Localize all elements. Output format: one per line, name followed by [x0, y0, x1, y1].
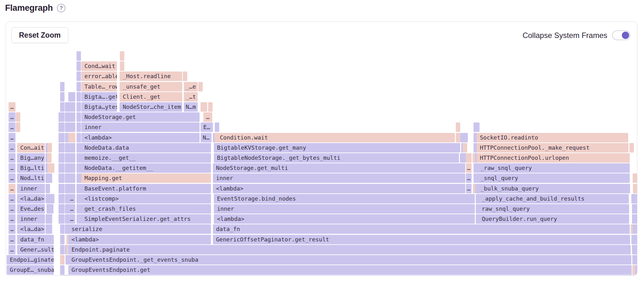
flame-bar[interactable] [633, 235, 637, 244]
flame-bar[interactable] [60, 204, 65, 214]
flame-bar[interactable]: serialize [68, 224, 211, 234]
flame-bar[interactable]: N…m [184, 102, 198, 112]
flame-bar[interactable]: Mapping.get [81, 173, 211, 183]
flame-bar[interactable] [47, 163, 54, 173]
flame-bar[interactable]: … [9, 102, 15, 112]
flame-bar[interactable]: <lambda> [68, 235, 211, 244]
flame-bar[interactable] [198, 82, 203, 91]
flame-bar[interactable] [68, 143, 75, 153]
flame-bar[interactable] [456, 122, 460, 132]
flame-bar[interactable] [633, 173, 637, 183]
flame-bar[interactable] [60, 143, 65, 153]
flame-bar[interactable] [77, 122, 81, 132]
flame-bar[interactable]: … [466, 173, 472, 183]
flame-bar[interactable]: _apply_cache_and_build_results [479, 194, 629, 203]
flame-bar[interactable]: <lambda> [214, 214, 475, 224]
flame-bar[interactable]: … [9, 214, 15, 224]
flame-bar[interactable] [60, 245, 65, 254]
flame-bar[interactable]: inner [17, 184, 45, 193]
flame-bar[interactable]: NodeData.__getitem__ [81, 163, 211, 173]
flame-bar[interactable] [633, 224, 637, 234]
flame-bar[interactable]: … [9, 133, 15, 142]
flame-bar[interactable]: memoize.__get__ [81, 153, 211, 163]
flame-bar[interactable]: _bulk_snuba_query [477, 184, 630, 193]
flame-bar[interactable]: Table…_row [81, 82, 117, 91]
flame-bar[interactable]: … [203, 112, 212, 122]
flame-bar[interactable]: NodeData.data [81, 143, 211, 153]
flame-bar[interactable] [466, 153, 472, 163]
flame-bar[interactable] [633, 194, 637, 203]
flame-bar[interactable]: _…t [184, 92, 198, 102]
flame-bar[interactable]: … [466, 184, 472, 193]
flame-bar[interactable]: <lambda> [81, 133, 200, 142]
flame-bar[interactable] [50, 194, 54, 203]
flame-bar[interactable] [463, 143, 467, 153]
flame-bar[interactable]: Condition.wait [217, 133, 455, 142]
flame-bar[interactable] [120, 61, 124, 71]
flame-bar[interactable] [60, 184, 65, 193]
flame-bar[interactable] [68, 133, 75, 142]
flame-bar[interactable] [16, 122, 20, 132]
flame-bar[interactable] [60, 92, 65, 102]
flame-bar[interactable] [60, 102, 65, 112]
flame-bar[interactable]: _raw_snql_query [477, 163, 630, 173]
flame-bar[interactable]: Nod…lti [17, 173, 45, 183]
flame-bar[interactable]: <listcomp> [81, 194, 211, 203]
flame-bar[interactable]: SocketIO.readinto [477, 133, 628, 142]
flame-bar[interactable] [77, 112, 81, 122]
flame-bar[interactable] [68, 112, 75, 122]
flame-bar[interactable]: GenericOffsetPaginator.get_result [213, 235, 630, 244]
flame-bar[interactable] [60, 255, 65, 265]
flame-bar[interactable]: <la…da> [17, 194, 45, 203]
flame-bar[interactable]: inner [81, 122, 200, 132]
flame-bar[interactable] [46, 184, 50, 193]
flame-bar[interactable] [60, 194, 65, 203]
flame-bar[interactable] [60, 153, 65, 163]
flame-bar[interactable] [47, 153, 52, 163]
flame-bar[interactable]: BigtableKVStorage.get_many [214, 143, 460, 153]
flame-bar[interactable]: NodeStorage.get [81, 112, 200, 122]
flame-bar[interactable]: … [9, 235, 15, 244]
flame-bar[interactable] [201, 102, 207, 112]
flame-bar[interactable]: Gener…sult [17, 245, 54, 254]
flame-bar[interactable]: Endpoi…ginate [7, 255, 54, 265]
flame-bar[interactable]: QueryBuilder.run_query [479, 214, 629, 224]
flame-bar[interactable]: _snql_query [477, 173, 630, 183]
flame-bar[interactable]: SimpleEventSerializer.get_attrs [81, 214, 211, 224]
flame-bar[interactable]: … [9, 163, 15, 173]
flame-bar[interactable]: inner [17, 214, 45, 224]
flame-bar[interactable] [68, 102, 75, 112]
flame-bar[interactable]: Big…lti [17, 163, 45, 173]
flame-bar[interactable] [77, 92, 81, 102]
flame-bar[interactable]: NodeStorage.get_multi [213, 163, 465, 173]
flame-bar[interactable]: data_fn [17, 235, 54, 244]
flame-bar[interactable]: _unsafe_get [120, 82, 182, 91]
flame-bar[interactable] [48, 224, 52, 234]
flame-bar[interactable] [60, 275, 636, 275]
flame-bar[interactable] [68, 122, 75, 132]
flame-bar[interactable]: inner [213, 173, 465, 183]
flame-bar[interactable]: … [68, 214, 75, 224]
flame-bar[interactable]: N… [201, 133, 212, 142]
flame-bar[interactable]: raw_snql_query [479, 204, 629, 214]
flame-bar[interactable] [60, 82, 65, 91]
flame-bar[interactable] [48, 214, 52, 224]
flame-bar[interactable]: get_crash_files [81, 204, 211, 214]
flame-bar[interactable] [68, 184, 75, 193]
flame-bar[interactable] [60, 133, 65, 142]
flame-bar[interactable] [60, 173, 65, 183]
flame-bar[interactable]: error…able [81, 72, 117, 81]
flame-bar[interactable] [77, 72, 81, 81]
flame-bar[interactable]: data_fn [213, 224, 630, 234]
flame-bar[interactable] [68, 92, 75, 102]
flame-bar[interactable] [633, 214, 637, 224]
flame-bar[interactable] [461, 153, 466, 163]
flame-bar[interactable] [60, 265, 65, 275]
flame-bar[interactable] [208, 102, 213, 112]
flame-bar[interactable] [635, 255, 637, 265]
flame-bar[interactable] [633, 184, 637, 193]
flame-bar[interactable]: HTTPConnectionPool.urlopen [477, 153, 630, 163]
flame-bar[interactable] [60, 214, 65, 224]
flame-bar[interactable] [120, 51, 124, 61]
flame-bar[interactable]: Bigta…ytes [81, 102, 117, 112]
